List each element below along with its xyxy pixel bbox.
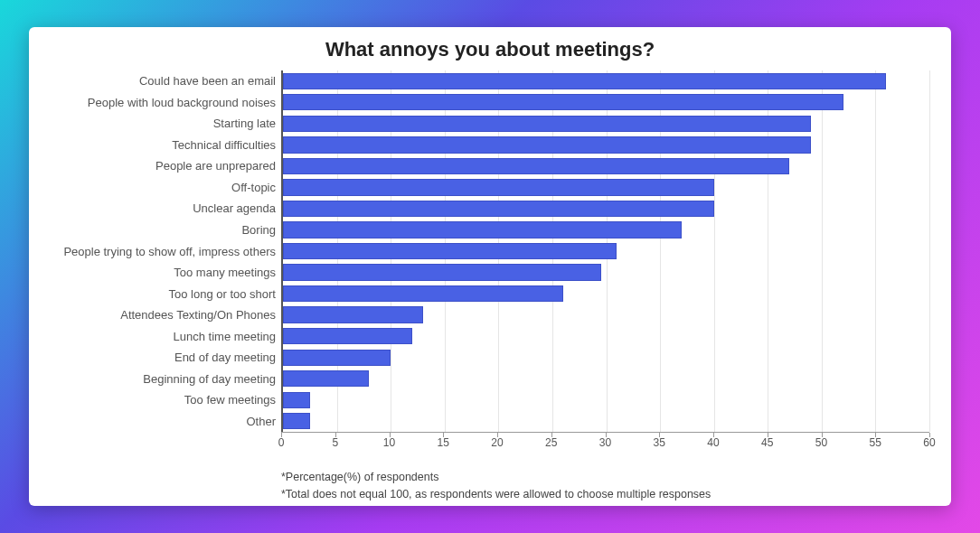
gridline (929, 70, 930, 432)
bar (283, 350, 391, 366)
y-axis-label: Off-topic (51, 177, 276, 199)
y-axis-label: End of day meeting (51, 347, 276, 369)
bars-container (283, 70, 929, 432)
x-tick-label: 0 (278, 436, 285, 449)
bar (283, 243, 617, 259)
y-axis-label: Technical difficulties (51, 135, 276, 156)
x-tick-label: 15 (438, 436, 449, 449)
bar (283, 264, 601, 280)
bar-row (283, 92, 929, 114)
bar-row (283, 155, 929, 177)
x-tick-label: 40 (707, 436, 719, 449)
bar-row (283, 368, 929, 389)
bar (283, 136, 811, 153)
y-axis-label: People are unprepared (51, 155, 276, 177)
bar-row (283, 325, 929, 347)
bar (283, 221, 682, 238)
x-axis: 051015202530354045505560 (281, 432, 929, 454)
bar (283, 285, 563, 302)
y-axis-label: Beginning of day meeting (51, 368, 276, 389)
y-axis-label: Boring (51, 220, 276, 241)
bar (283, 94, 843, 110)
y-axis-label: Too few meetings (51, 389, 276, 411)
y-axis-label: People trying to show off, impress other… (51, 240, 276, 262)
y-axis-label: People with loud background noises (51, 92, 276, 114)
chart-card: What annoys you about meetings? Could ha… (29, 27, 951, 506)
bar-row (283, 198, 929, 220)
bar (283, 370, 369, 387)
plot-area (281, 70, 929, 432)
footnotes: *Percentage(%) of respondents *Total doe… (281, 469, 929, 503)
x-tick-label: 55 (870, 436, 881, 449)
x-tick-label: 25 (545, 436, 557, 449)
bar-row (283, 347, 929, 369)
x-tick-label: 5 (332, 436, 338, 449)
x-tick-label: 35 (654, 436, 665, 449)
bar (283, 158, 789, 174)
y-axis-labels: Could have been an emailPeople with loud… (51, 70, 281, 432)
plot (281, 70, 929, 432)
chart-title: What annoys you about meetings? (51, 38, 929, 61)
y-axis-label: Attendees Texting/On Phones (51, 304, 276, 326)
bar-row (283, 135, 929, 156)
y-axis-label: Too many meetings (51, 262, 276, 284)
bar (283, 306, 423, 323)
bar-row (283, 389, 929, 411)
y-axis-label: Lunch time meeting (51, 325, 276, 347)
x-tick-label: 20 (491, 436, 503, 449)
bar-row (283, 283, 929, 304)
footnote-2: *Total does not equal 100, as respondent… (281, 486, 929, 503)
bar (283, 179, 714, 195)
y-axis-label: Unclear agenda (51, 198, 276, 220)
x-tick-label: 45 (761, 436, 773, 449)
x-tick-label: 60 (923, 436, 935, 449)
x-tick-label: 30 (599, 436, 611, 449)
y-axis-label: Could have been an email (51, 70, 276, 92)
x-tick-label: 10 (383, 436, 395, 449)
bar (283, 392, 310, 408)
bar (283, 201, 714, 217)
x-tick-label: 50 (815, 436, 827, 449)
bar-row (283, 220, 929, 241)
bar-row (283, 177, 929, 199)
bar (283, 116, 811, 132)
y-axis-label: Starting late (51, 113, 276, 135)
bar-row (283, 70, 929, 92)
bar-row (283, 113, 929, 135)
bar-row (283, 262, 929, 284)
page-background: What annoys you about meetings? Could ha… (0, 0, 980, 533)
bar (283, 328, 412, 344)
bar (283, 413, 310, 429)
bar-row (283, 411, 929, 433)
bar (283, 73, 886, 89)
y-axis-label: Too long or too short (51, 283, 276, 304)
bar-row (283, 304, 929, 326)
footnote-1: *Percentage(%) of respondents (281, 469, 929, 486)
chart-area: Could have been an emailPeople with loud… (51, 70, 929, 432)
y-axis-label: Other (51, 411, 276, 433)
bar-row (283, 240, 929, 262)
